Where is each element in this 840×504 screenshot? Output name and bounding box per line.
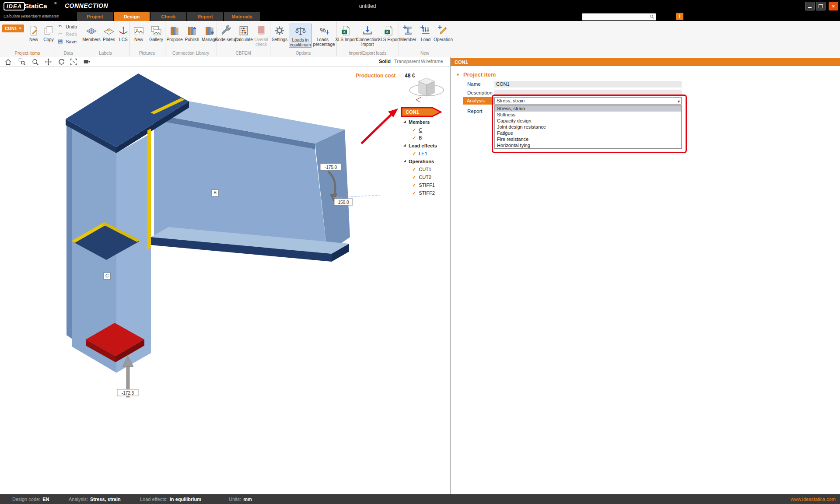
minimize-icon xyxy=(808,7,812,8)
connection-3d-model[interactable]: -172.3 -175.0 150.0 xyxy=(0,66,450,494)
checkbox-checked-icon[interactable]: ✓ xyxy=(412,127,416,133)
view-mode-solid[interactable]: Solid xyxy=(379,59,391,64)
name-field[interactable]: CON1 xyxy=(494,81,682,88)
tree-group-members[interactable]: Members xyxy=(402,118,450,126)
project-item-section-header[interactable]: ▼ Project item xyxy=(456,71,496,78)
minimize-button[interactable] xyxy=(805,2,815,10)
search-box[interactable] xyxy=(582,13,656,21)
zoom-fit-button[interactable] xyxy=(69,57,78,66)
tab-report[interactable]: Report xyxy=(187,12,223,21)
dimension-top-value: -175.0 xyxy=(325,165,337,170)
pan-button[interactable] xyxy=(44,57,52,66)
ribbon: CON1 New Copy Project items Undo Re xyxy=(0,21,840,57)
checkbox-checked-icon[interactable]: ✓ xyxy=(412,151,416,157)
home-view-button[interactable] xyxy=(4,57,12,66)
beam-label-tag[interactable]: B xyxy=(211,189,219,196)
dropdown-option-stiffness[interactable]: Stiffness xyxy=(495,112,681,118)
view-mode-transparent[interactable]: Transparent xyxy=(394,59,420,64)
checkbox-checked-icon[interactable]: ✓ xyxy=(412,175,416,180)
xls-import-button[interactable]: XLS Import xyxy=(338,24,354,42)
dropdown-option-horizontal-tying[interactable]: Horizontal tying xyxy=(495,142,681,148)
copy-project-item-button[interactable]: Copy xyxy=(42,24,56,42)
settings-button[interactable]: Settings xyxy=(271,24,288,42)
panel-header: CON1 xyxy=(451,58,840,66)
tree-item-stiff1[interactable]: ✓ STIFF1 xyxy=(402,181,450,189)
properties-panel: CON1 ▼ Project item Name CON1 Descriptio… xyxy=(450,57,840,494)
save-button[interactable]: Save xyxy=(56,38,79,45)
tree-group-operations[interactable]: Operations xyxy=(402,158,450,165)
undo-button[interactable]: Undo xyxy=(56,23,79,30)
xls-export-button[interactable]: XLS Export xyxy=(381,24,397,42)
collapse-triangle-icon[interactable] xyxy=(403,160,406,162)
checkbox-checked-icon[interactable]: ✓ xyxy=(412,167,416,172)
app-name: CONNECTION xyxy=(65,2,108,9)
zoom-window-button[interactable] xyxy=(18,57,26,66)
dropdown-option-fatigue[interactable]: Fatigue xyxy=(495,130,681,136)
new-load-icon xyxy=(420,24,432,37)
description-field[interactable] xyxy=(494,90,682,96)
ribbon-tab-row: Calculate yesterday's estimates Project … xyxy=(0,12,840,21)
column-label-tag[interactable]: C xyxy=(103,273,111,280)
redo-button[interactable]: Redo xyxy=(56,30,79,38)
group-label-pictures: Pictures xyxy=(129,51,165,56)
ribbon-group-cbfem: Code setup Calculate Overall check CBFEM xyxy=(217,21,270,56)
dropdown-option-fire-resistance[interactable]: Fire resistance xyxy=(495,136,681,142)
loads-percentage-button[interactable]: Loads - percentage xyxy=(313,24,335,47)
tab-project[interactable]: Project xyxy=(77,12,113,21)
checkbox-checked-icon[interactable]: ✓ xyxy=(412,135,416,141)
annotation-arrow-red xyxy=(361,108,398,144)
dropdown-option-joint-design-resistance[interactable]: Joint design resistance xyxy=(495,124,681,130)
description-label: Description xyxy=(467,90,493,95)
maximize-button[interactable] xyxy=(816,2,826,10)
analysis-type-combobox[interactable]: Stress, strain ▾ xyxy=(494,97,682,105)
close-button[interactable]: × xyxy=(829,2,838,10)
loads-in-equilibrium-toggle[interactable]: Loads in equilibrium xyxy=(289,24,312,48)
rotate-view-button[interactable] xyxy=(57,57,66,66)
tree-item-member-b[interactable]: ✓ B xyxy=(402,134,450,142)
members-label-icon xyxy=(85,24,98,37)
section-collapse-icon[interactable]: ▼ xyxy=(456,73,460,77)
gallery-icon xyxy=(150,24,162,37)
navigation-cube[interactable] xyxy=(408,73,445,107)
dropdown-option-stress-strain[interactable]: Stress, strain xyxy=(495,105,681,112)
group-label-new: New xyxy=(399,51,451,56)
wrench-icon xyxy=(220,24,232,37)
connection-import-button[interactable]: Connection Import xyxy=(355,24,379,47)
overall-check-button[interactable]: Overall check xyxy=(253,24,270,47)
status-load-effects: Load effects: In equilibrium xyxy=(140,497,201,502)
checkbox-checked-icon[interactable]: ✓ xyxy=(412,190,416,196)
tree-group-load-effects[interactable]: Load effects xyxy=(402,142,450,150)
tree-item-stiff2[interactable]: ✓ STIFF2 xyxy=(402,189,450,197)
project-item-selector-button[interactable]: CON1 xyxy=(2,24,24,32)
zoom-button[interactable] xyxy=(31,57,39,66)
tree-item-cut1[interactable]: ✓ CUT1 xyxy=(402,165,450,173)
tree-item-le1[interactable]: ✓ LE1 xyxy=(402,150,450,158)
registered-mark: ® xyxy=(54,1,57,5)
view-mode-wireframe[interactable]: Wireframe xyxy=(421,59,443,64)
publish-library-icon xyxy=(186,24,198,37)
tab-check[interactable]: Check xyxy=(150,12,186,21)
checkbox-checked-icon[interactable]: ✓ xyxy=(412,182,416,188)
new-operation-button[interactable]: Operation xyxy=(435,24,452,42)
save-icon xyxy=(57,38,63,45)
zoom-window-icon xyxy=(18,58,26,66)
xls-import-icon xyxy=(340,24,352,37)
collapse-triangle-icon[interactable] xyxy=(403,120,406,123)
tab-design[interactable]: Design xyxy=(114,12,150,21)
dropdown-option-capacity-design[interactable]: Capacity design xyxy=(495,118,681,124)
tab-materials[interactable]: Materials xyxy=(224,12,260,21)
titlebar: IDEA StatiCa ® CONNECTION untitled × xyxy=(0,0,840,12)
redo-icon xyxy=(57,31,63,37)
tree-item-cut2[interactable]: ✓ CUT2 xyxy=(402,173,450,181)
collapse-triangle-icon[interactable] xyxy=(403,144,406,147)
new-document-icon xyxy=(28,24,40,37)
website-link[interactable]: www.ideastatica.com xyxy=(791,497,836,502)
overall-check-book-icon xyxy=(255,24,267,37)
3d-viewport[interactable]: Solid Transparent Wireframe xyxy=(0,57,451,494)
beam-member[interactable] xyxy=(151,100,350,262)
search-input[interactable] xyxy=(582,14,649,20)
label-display-button[interactable] xyxy=(82,57,91,66)
info-button[interactable]: i xyxy=(676,13,683,20)
tree-item-member-c[interactable]: ✓ C xyxy=(402,126,450,134)
group-label-data: Data xyxy=(55,51,82,56)
